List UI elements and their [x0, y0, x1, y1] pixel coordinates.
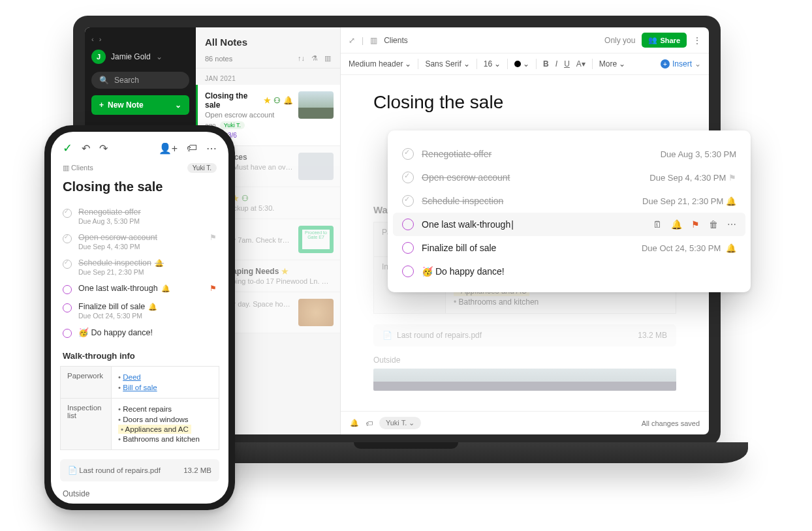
notebook-icon: ▥	[63, 164, 69, 172]
task-row[interactable]: 🥳 Do happy dance!	[393, 260, 745, 283]
nav-arrows: ‹ ›	[91, 35, 189, 43]
editor-footer: 🔔 🏷 Yuki T. ⌄ All changes saved	[341, 411, 709, 434]
task-checkbox[interactable]	[402, 242, 414, 254]
task-row[interactable]: Open escrow account Due Sep 4, 4:30 PM ⚑	[393, 166, 745, 189]
note-thumbnail	[298, 153, 334, 180]
heading-dropdown[interactable]: Medium header⌄	[349, 59, 411, 68]
task-input[interactable]: One last walk-through	[422, 219, 645, 230]
italic-button[interactable]: I	[555, 59, 557, 68]
color-dropdown[interactable]: ⌄	[514, 59, 529, 68]
reminder-icon[interactable]: 🏷	[187, 142, 197, 154]
reminder-icon[interactable]: 🔔	[350, 419, 359, 427]
image	[373, 369, 676, 391]
breadcrumb[interactable]: Clients	[71, 164, 93, 172]
bell-icon: 🔔	[723, 243, 736, 253]
plus-icon: +	[661, 59, 670, 68]
task-row[interactable]: Finalize bill of sale Due Oct 24, 5:30 P…	[393, 236, 745, 260]
insert-button[interactable]: + Insert⌄	[661, 59, 701, 68]
tag-icon[interactable]: 🏷	[366, 419, 373, 427]
task-row[interactable]: 🥳 Do happy dance!	[60, 324, 219, 342]
sort-icon[interactable]: ↑↓	[298, 54, 305, 63]
note-title[interactable]: Closing the sale	[51, 175, 228, 204]
only-you-label: Only you	[604, 36, 635, 45]
task-row[interactable]: Renegotiate offer Due Aug 3, 5:30 PM	[60, 204, 219, 229]
task-row[interactable]: Schedule inspection Due Sep 21, 2:30 PM …	[393, 189, 745, 213]
task-row[interactable]: Schedule inspection 🔔 Due Sep 21, 2:30 P…	[60, 254, 219, 280]
filter-icon[interactable]: ⚗	[311, 54, 318, 63]
attachment[interactable]: 📄 Last round of repairs.pdf 13.2 MB	[60, 459, 219, 481]
more-dropdown[interactable]: More⌄	[599, 59, 625, 68]
note-title[interactable]: Closing the sale	[373, 92, 676, 113]
task-checkbox[interactable]	[63, 329, 72, 338]
star-icon: ★	[281, 267, 289, 276]
view-icon[interactable]: ▥	[324, 54, 331, 63]
new-note-button[interactable]: +New Note ⌄	[91, 95, 189, 115]
redo-icon[interactable]: ↷	[99, 142, 108, 155]
mobile-toolbar: ✓ ↶ ↷ 👤+ 🏷 ⋯	[51, 132, 228, 159]
note-count: 86 notes	[205, 55, 232, 63]
task-row[interactable]: Renegotiate offer Due Aug 3, 5:30 PM	[393, 142, 745, 166]
task-checkbox[interactable]	[63, 234, 72, 243]
task-list: Renegotiate offer Due Aug 3, 5:30 PM Ope…	[51, 204, 228, 342]
nav-fwd-icon[interactable]: ›	[99, 35, 102, 43]
note-thumbnail	[298, 91, 334, 119]
task-checkbox[interactable]	[63, 260, 72, 269]
done-icon[interactable]: ✓	[63, 141, 72, 155]
bell-icon: 🔔	[283, 96, 293, 105]
bell-icon: 🔔	[161, 284, 170, 293]
link[interactable]: Deed	[123, 373, 141, 381]
undo-icon[interactable]: ↶	[82, 142, 90, 155]
more-icon[interactable]: ⋯	[727, 219, 736, 230]
chevron-down-icon: ⌄	[175, 100, 181, 110]
month-label: JAN 2021	[196, 68, 340, 85]
avatar: J	[91, 50, 106, 64]
more-icon[interactable]: ⋯	[206, 142, 217, 155]
assignee-chip[interactable]: Yuki T. ⌄	[379, 417, 421, 429]
trash-icon[interactable]: 🗑	[709, 219, 718, 230]
task-row[interactable]: Finalize bill of sale 🔔 Due Oct 24, 5:30…	[60, 298, 219, 324]
flag-icon: ⚑	[210, 284, 217, 293]
search-placeholder: Search	[114, 76, 139, 85]
task-checkbox[interactable]	[402, 195, 414, 207]
task-row-active[interactable]: One last walk-through 🗓 🔔 ⚑ 🗑 ⋯	[393, 213, 745, 236]
task-checkbox[interactable]	[402, 219, 414, 230]
link[interactable]: Bill of sale	[123, 384, 157, 391]
highlight-button[interactable]: A▾	[576, 59, 586, 68]
task-checkbox[interactable]	[402, 148, 414, 160]
star-icon: ★	[264, 96, 271, 105]
more-icon[interactable]: ⋮	[693, 36, 701, 45]
nav-back-icon[interactable]: ‹	[91, 35, 94, 43]
task-checkbox[interactable]	[63, 303, 72, 312]
flag-icon: ⚑	[728, 173, 736, 183]
attachment[interactable]: 📄Last round of repairs.pdf 13.2 MB	[373, 324, 676, 346]
section-label: Outside	[63, 489, 217, 498]
font-dropdown[interactable]: Sans Serif⌄	[425, 59, 469, 68]
task-row[interactable]: Open escrow account Due Sep 4, 4:30 PM ⚑	[60, 229, 219, 254]
search-input[interactable]: 🔍 Search	[91, 72, 189, 89]
chevron-down-icon: ⌄	[156, 52, 163, 61]
task-checkbox[interactable]	[402, 172, 414, 183]
underline-button[interactable]: U	[564, 59, 570, 68]
flag-icon[interactable]: ⚑	[691, 219, 700, 230]
task-checkbox[interactable]	[63, 285, 72, 294]
people-icon: ⚇	[273, 96, 281, 105]
task-popover: Renegotiate offer Due Aug 3, 5:30 PM Ope…	[388, 130, 751, 292]
calendar-icon[interactable]: 🗓	[653, 219, 662, 230]
list-title: All Notes	[205, 37, 331, 48]
pdf-icon: 📄	[383, 331, 392, 340]
bold-button[interactable]: B	[543, 59, 549, 68]
task-row[interactable]: One last walk-through 🔔 ⚑	[60, 280, 219, 298]
people-icon: 👥	[648, 36, 657, 44]
task-checkbox[interactable]	[402, 266, 414, 277]
assignee-chip[interactable]: Yuki T.	[187, 163, 217, 173]
task-checkbox[interactable]	[63, 209, 72, 218]
expand-icon[interactable]: ⤢	[349, 36, 355, 45]
user-menu[interactable]: J Jamie Gold ⌄	[91, 50, 189, 64]
breadcrumb[interactable]: Clients	[384, 36, 408, 45]
share-button[interactable]: 👥 Share	[642, 33, 687, 48]
add-person-icon[interactable]: 👤+	[159, 142, 178, 155]
bell-icon: 🔔	[148, 303, 157, 311]
fontsize-dropdown[interactable]: 16⌄	[484, 59, 501, 68]
bell-icon[interactable]: 🔔	[671, 219, 682, 230]
notebook-icon: ▥	[370, 36, 377, 45]
